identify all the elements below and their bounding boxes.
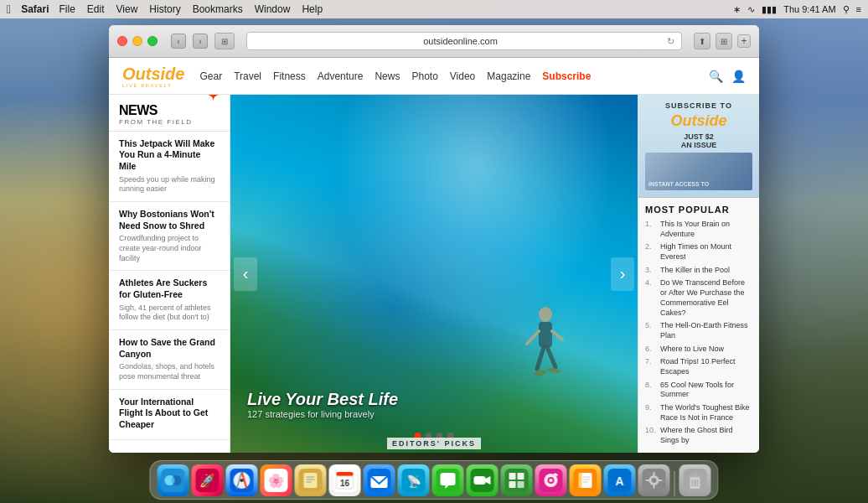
popular-item[interactable]: 6. Where to Live Now: [645, 345, 752, 355]
news-item[interactable]: Athletes Are Suckers for Gluten-Free Sig…: [109, 271, 230, 330]
dock-itunes[interactable]: [535, 464, 567, 496]
dock-safari[interactable]: [226, 464, 258, 496]
popular-item-text: Road Trips! 10 Perfect Escapes: [660, 357, 752, 376]
popular-item[interactable]: 5. The Hell-On-Earth Fitness Plan: [645, 321, 752, 340]
site-logo[interactable]: Outside LIVE BRAVELY: [122, 65, 184, 88]
news-item[interactable]: How to Save the Grand Canyon Gondolas, s…: [109, 330, 230, 390]
subscribe-box[interactable]: SUBSCRIBE TO Outside JUST $2 AN ISSUE IN…: [638, 95, 759, 198]
close-button[interactable]: [117, 36, 127, 46]
popular-item-text: Where the Ghost Bird Sings by: [660, 426, 752, 445]
popular-num: 1.: [645, 220, 657, 239]
news-item[interactable]: This Jetpack Will Make You Run a 4-Minut…: [109, 132, 230, 202]
menubar-help[interactable]: Help: [302, 3, 323, 15]
dock-airdrop[interactable]: 📡: [398, 464, 430, 496]
popular-item[interactable]: 9. The World's Toughest Bike Race Is Not…: [645, 403, 752, 423]
dock-ibooks[interactable]: [570, 464, 602, 496]
nav-travel[interactable]: Travel: [234, 70, 261, 82]
apple-menu[interactable]: : [7, 3, 11, 16]
svg-rect-39: [509, 473, 516, 480]
nav-fitness[interactable]: Fitness: [273, 70, 306, 82]
news-header: NEWS: [119, 103, 220, 118]
share-button[interactable]: ⬆: [694, 33, 710, 49]
svg-point-18: [240, 479, 244, 482]
dock-calendar[interactable]: 16: [329, 464, 361, 496]
dock-appstore[interactable]: A: [604, 464, 636, 496]
right-sidebar: SUBSCRIBE TO Outside JUST $2 AN ISSUE IN…: [638, 95, 759, 453]
news-item[interactable]: Why Bostonians Won't Need Snow to Shred …: [109, 202, 230, 271]
menubar:  Safari File Edit View History Bookmark…: [0, 0, 868, 18]
minimize-button[interactable]: [132, 36, 142, 46]
slider-next-button[interactable]: ›: [611, 257, 634, 291]
svg-text:🌸: 🌸: [268, 473, 285, 489]
subscribe-logo: Outside: [645, 112, 752, 130]
menubar-bookmarks[interactable]: Bookmarks: [193, 3, 243, 15]
popular-item-text: 65 Cool New Tools for Summer: [660, 381, 752, 400]
back-button[interactable]: ‹: [171, 34, 186, 49]
menubar-app-name: Safari: [21, 3, 49, 15]
svg-rect-40: [518, 473, 524, 480]
dock-facetime[interactable]: [467, 464, 499, 496]
nav-subscribe[interactable]: Subscribe: [542, 70, 591, 82]
dock-photos[interactable]: 🌸: [261, 464, 292, 496]
menubar-view[interactable]: View: [116, 3, 138, 15]
popular-item[interactable]: 3. The Killer in the Pool: [645, 266, 752, 276]
popular-num: 8.: [645, 381, 657, 400]
dock-messages[interactable]: [432, 464, 464, 496]
site-navigation: Gear Travel Fitness Adventure News Photo…: [199, 70, 709, 82]
nav-video[interactable]: Video: [450, 70, 475, 82]
dock-numbers[interactable]: [501, 464, 533, 496]
menubar-file[interactable]: File: [59, 3, 75, 15]
svg-text:16: 16: [340, 479, 350, 488]
menu-icon[interactable]: ≡: [856, 4, 861, 14]
popular-item[interactable]: 10. Where the Ghost Bird Sings by: [645, 426, 752, 445]
news-item-desc: Gondolas, shops, and hotels pose monumen…: [119, 362, 220, 381]
subscribe-price: JUST $2: [645, 132, 752, 141]
svg-rect-62: [659, 480, 663, 481]
address-bar[interactable]: outsideonline.com ↻: [246, 32, 682, 50]
slider-prev-button[interactable]: ‹: [234, 257, 257, 291]
dock-system-preferences[interactable]: [638, 464, 670, 496]
site-header: Outside LIVE BRAVELY Gear Travel Fitness…: [109, 58, 759, 95]
dock-launchpad[interactable]: 🚀: [192, 464, 224, 496]
dock-mail[interactable]: [364, 464, 395, 496]
tab-overview-button[interactable]: ⊞: [214, 33, 235, 49]
popular-num: 10.: [645, 426, 657, 445]
dock-finder[interactable]: [158, 464, 189, 496]
popular-item[interactable]: 7. Road Trips! 10 Perfect Escapes: [645, 357, 752, 376]
nav-photo[interactable]: Photo: [411, 70, 437, 82]
svg-line-5: [547, 347, 555, 367]
nav-adventure[interactable]: Adventure: [318, 70, 364, 82]
search-icon[interactable]: 🔍: [709, 70, 723, 83]
browser-titlebar: ‹ › ⊞ outsideonline.com ↻ ⬆ ⊞ +: [109, 25, 759, 57]
forward-button[interactable]: ›: [193, 34, 208, 49]
dock-trash[interactable]: [679, 464, 711, 496]
nav-magazine[interactable]: Magazine: [487, 70, 530, 82]
popular-item[interactable]: 8. 65 Cool New Tools for Summer: [645, 381, 752, 400]
sidebar-toggle[interactable]: ⊞: [716, 33, 732, 49]
svg-line-3: [552, 331, 562, 340]
search-icon[interactable]: ⚲: [843, 4, 850, 15]
reload-button[interactable]: ↻: [667, 36, 674, 47]
maximize-button[interactable]: [147, 36, 158, 46]
svg-rect-65: [689, 475, 702, 477]
svg-rect-59: [654, 472, 655, 476]
popular-item[interactable]: 2. High Times on Mount Everest: [645, 242, 752, 262]
new-tab-button[interactable]: +: [737, 34, 751, 48]
nav-news[interactable]: News: [375, 70, 400, 82]
news-item[interactable]: Your International Flight Is About to Ge…: [109, 390, 230, 441]
site-content: ✦ NEWS FROM THE FIELD This Jetpack Will …: [109, 95, 759, 453]
popular-item-text: The Hell-On-Earth Fitness Plan: [660, 321, 752, 340]
user-icon[interactable]: 👤: [731, 70, 746, 83]
menubar-history[interactable]: History: [149, 3, 180, 15]
popular-item[interactable]: 4. Do We Transcend Before or After We Pu…: [645, 278, 752, 318]
news-item-desc: Crowdfunding project to create year-roun…: [119, 234, 220, 263]
dock: 🚀 🌸: [150, 460, 719, 500]
nav-gear[interactable]: Gear: [199, 70, 222, 82]
menubar-edit[interactable]: Edit: [87, 3, 105, 15]
website-content: Outside LIVE BRAVELY Gear Travel Fitness…: [109, 58, 759, 453]
svg-text:A: A: [615, 474, 623, 488]
dock-notebook[interactable]: [295, 464, 327, 496]
popular-item[interactable]: 1. This Is Your Brain on Adventure: [645, 220, 752, 239]
menubar-window[interactable]: Window: [255, 3, 291, 15]
news-item-title: How to Save the Grand Canyon: [119, 337, 220, 360]
